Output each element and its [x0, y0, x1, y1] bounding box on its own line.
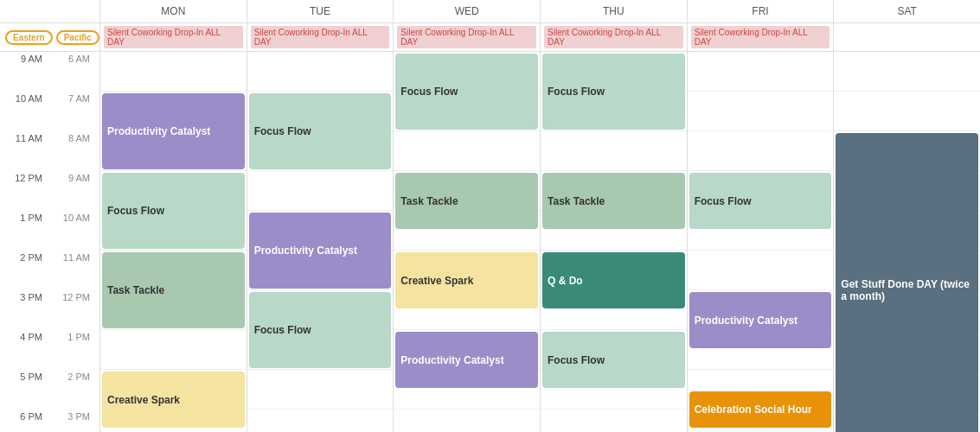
event-mon-2[interactable]: Task Tackle [102, 252, 245, 328]
day-header-tue: TUE [247, 0, 394, 22]
time-slot-2: 11 AM8 AM [0, 131, 99, 171]
allday-tue: Silent Coworking Drop-In ALL DAY [247, 23, 394, 51]
time-eastern-1: 10 AM [0, 93, 48, 104]
event-fri-2[interactable]: Celebration Social Hour [689, 391, 832, 428]
event-sat-0[interactable]: Get Stuff Done DAY (twice a month) [836, 133, 978, 432]
time-eastern-6: 3 PM [0, 292, 48, 302]
time-pacific-3: 9 AM [48, 173, 95, 183]
day-header-fri: FRI [687, 0, 834, 22]
time-slot-9: 6 PM3 PM [0, 410, 99, 432]
header-row: MON TUE WED THU FRI SAT [0, 0, 980, 23]
allday-event-fri: Silent Coworking Drop-In ALL DAY [691, 26, 830, 48]
time-pacific-1: 7 AM [48, 93, 95, 104]
day-col-mon: Productivity CatalystFocus FlowTask Tack… [99, 52, 247, 432]
time-eastern-5: 2 PM [0, 252, 48, 263]
day-header-wed: WED [393, 0, 540, 22]
time-eastern-4: 1 PM [0, 213, 48, 223]
allday-event-thu: Silent Coworking Drop-In ALL DAY [544, 26, 683, 48]
event-mon-3[interactable]: Creative Spark [102, 372, 245, 428]
time-slot-0: 9 AM6 AM [0, 52, 99, 92]
day-header-thu: THU [540, 0, 687, 22]
event-thu-2[interactable]: Q & Do [542, 252, 685, 308]
event-wed-2[interactable]: Creative Spark [395, 252, 538, 308]
time-pacific-2: 8 AM [48, 133, 95, 143]
day-col-sat: Get Stuff Done DAY (twice a month) [833, 52, 980, 432]
event-thu-1[interactable]: Task Tackle [542, 173, 685, 229]
event-wed-3[interactable]: Productivity Catalyst [395, 332, 538, 388]
event-tue-2[interactable]: Focus Flow [249, 292, 392, 368]
time-slot-7: 4 PM1 PM [0, 330, 99, 370]
allday-fri: Silent Coworking Drop-In ALL DAY [687, 23, 834, 51]
event-wed-0[interactable]: Focus Flow [395, 54, 538, 130]
all-day-row: Eastern Pacific Silent Coworking Drop-In… [0, 23, 980, 52]
body-area: 9 AM6 AM10 AM7 AM11 AM8 AM12 PM9 AM1 PM1… [0, 52, 980, 432]
event-tue-0[interactable]: Focus Flow [249, 93, 392, 169]
time-eastern-3: 12 PM [0, 173, 48, 183]
time-eastern-2: 11 AM [0, 133, 48, 143]
event-mon-1[interactable]: Focus Flow [102, 173, 245, 249]
day-col-tue: Focus FlowProductivity CatalystFocus Flo… [247, 52, 394, 432]
day-header-sat: SAT [833, 0, 980, 22]
event-thu-0[interactable]: Focus Flow [542, 54, 685, 130]
time-eastern-7: 4 PM [0, 332, 48, 342]
time-slot-4: 1 PM10 AM [0, 211, 99, 251]
allday-event-mon: Silent Coworking Drop-In ALL DAY [104, 26, 243, 48]
day-col-thu: Focus FlowTask TackleQ & DoFocus Flow [540, 52, 687, 432]
event-mon-0[interactable]: Productivity Catalyst [102, 93, 245, 169]
eastern-badge: Eastern [5, 30, 53, 45]
time-pacific-0: 6 AM [48, 54, 95, 64]
day-header-mon: MON [99, 0, 247, 22]
time-pacific-7: 1 PM [48, 332, 95, 342]
allday-thu: Silent Coworking Drop-In ALL DAY [540, 23, 687, 51]
time-slot-6: 3 PM12 PM [0, 290, 99, 330]
time-col-header [0, 0, 99, 22]
time-pacific-8: 2 PM [48, 372, 95, 382]
allday-event-tue: Silent Coworking Drop-In ALL DAY [251, 26, 390, 48]
time-pacific-9: 3 PM [48, 411, 95, 422]
time-slot-3: 12 PM9 AM [0, 171, 99, 211]
time-slot-8: 5 PM2 PM [0, 370, 99, 410]
event-wed-1[interactable]: Task Tackle [395, 173, 538, 229]
calendar-wrapper: MON TUE WED THU FRI SAT Eastern Pacific … [0, 0, 980, 432]
day-col-fri: Focus FlowProductivity CatalystCelebrati… [687, 52, 834, 432]
day-col-wed: Focus FlowTask TackleCreative SparkProdu… [393, 52, 540, 432]
time-slot-1: 10 AM7 AM [0, 92, 99, 131]
event-fri-1[interactable]: Productivity Catalyst [689, 292, 832, 348]
time-eastern-8: 5 PM [0, 372, 48, 382]
allday-sat [833, 23, 980, 51]
event-thu-3[interactable]: Focus Flow [542, 332, 685, 388]
allday-event-wed: Silent Coworking Drop-In ALL DAY [397, 26, 536, 48]
timezone-badges-container: Eastern Pacific [0, 23, 99, 51]
time-eastern-9: 6 PM [0, 411, 48, 422]
time-pacific-4: 10 AM [48, 213, 95, 223]
allday-wed: Silent Coworking Drop-In ALL DAY [393, 23, 540, 51]
days-area: Productivity CatalystFocus FlowTask Tack… [99, 52, 980, 432]
time-column: 9 AM6 AM10 AM7 AM11 AM8 AM12 PM9 AM1 PM1… [0, 52, 99, 432]
time-eastern-0: 9 AM [0, 54, 48, 64]
time-pacific-6: 12 PM [48, 292, 95, 302]
pacific-badge: Pacific [56, 30, 99, 45]
allday-mon: Silent Coworking Drop-In ALL DAY [99, 23, 247, 51]
event-fri-0[interactable]: Focus Flow [689, 173, 832, 229]
time-slot-5: 2 PM11 AM [0, 251, 99, 290]
event-tue-1[interactable]: Productivity Catalyst [249, 213, 392, 289]
time-pacific-5: 11 AM [48, 252, 95, 263]
